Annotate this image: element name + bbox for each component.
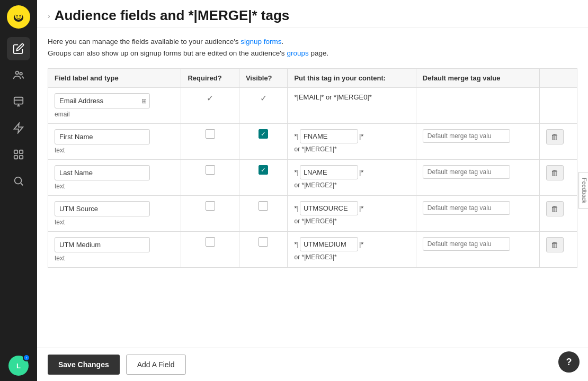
delete-button-fname[interactable]: 🗑 — [546, 129, 564, 144]
svg-point-3 — [19, 15, 21, 17]
default-cell-fname — [416, 124, 539, 160]
field-label-cell-utmmedium: text — [48, 232, 181, 268]
delete-button-utmmedium[interactable]: 🗑 — [546, 237, 564, 252]
sidebar-item-content[interactable] — [7, 143, 30, 166]
merge-tag-cell-utmsource: *| |* or *|MERGE6|* — [288, 196, 416, 232]
page-title: Audience fields and *|MERGE|* tags — [55, 7, 290, 24]
sidebar: L — [0, 0, 37, 381]
visible-checkbox-utmmedium[interactable] — [259, 237, 268, 247]
footer: Save Changes Add A Field — [37, 348, 588, 381]
table-row: text *| |* or *|MERGE1|* 🗑 — [48, 124, 577, 160]
svg-point-6 — [20, 72, 22, 75]
field-label-cell-email: ⊞ email — [48, 88, 181, 124]
col-header-merge-tag: Put this tag in your content: — [288, 69, 416, 88]
default-input-lname[interactable] — [423, 165, 510, 179]
default-cell-lname — [416, 160, 539, 196]
delete-button-utmsource[interactable]: 🗑 — [546, 201, 564, 216]
svg-point-4 — [16, 12, 21, 15]
visible-checkbox-utmsource[interactable] — [259, 201, 268, 211]
field-type-utmsource: text — [55, 219, 174, 226]
default-input-fname[interactable] — [423, 129, 510, 143]
avatar[interactable]: L — [8, 356, 29, 376]
merge-alt-fname: or *|MERGE1|* — [294, 146, 409, 153]
field-label-cell-lname: text — [48, 160, 181, 196]
sidebar-item-campaigns[interactable] — [7, 90, 30, 113]
default-input-utmmedium[interactable] — [423, 237, 510, 251]
signup-forms-link[interactable]: signup forms — [240, 38, 281, 46]
default-input-utmsource[interactable] — [423, 201, 510, 215]
visible-cell-email: ✓ — [239, 88, 288, 124]
content-area: Here you can manage the fields available… — [37, 28, 588, 381]
merge-tag-row-fname: *| |* — [294, 129, 409, 143]
visible-cell-fname — [239, 124, 288, 160]
field-input-fname[interactable] — [55, 129, 150, 144]
logo[interactable] — [7, 5, 30, 29]
merge-tag-cell-utmmedium: *| |* or *|MERGE3|* — [288, 232, 416, 268]
merge-tag-row-lname: *| |* — [294, 165, 409, 179]
merge-input-fname[interactable] — [300, 129, 358, 143]
merge-tag-cell-fname: *| |* or *|MERGE1|* — [288, 124, 416, 160]
merge-input-lname[interactable] — [300, 165, 358, 179]
visible-cell-utmsource — [239, 196, 288, 232]
table-row: ⊞ email ✓✓*|EMAIL|* or *|MERGE0|* — [48, 88, 577, 124]
field-input-utmmedium[interactable] — [55, 237, 150, 252]
col-header-actions — [539, 69, 577, 88]
sidebar-bottom: L — [8, 356, 29, 376]
default-cell-utmsource — [416, 196, 539, 232]
delete-cell-email — [539, 88, 577, 124]
delete-cell-utmsource: 🗑 — [539, 196, 577, 232]
field-label-cell-fname: text — [48, 124, 181, 160]
email-icon: ⊞ — [141, 97, 147, 105]
field-type-lname: text — [55, 183, 174, 190]
col-header-label: Field label and type — [48, 69, 181, 88]
merge-alt-lname: or *|MERGE2|* — [294, 182, 409, 189]
merge-input-utmsource[interactable] — [300, 201, 358, 215]
field-input-lname[interactable] — [55, 165, 150, 180]
required-checkbox-utmsource[interactable] — [206, 201, 215, 211]
field-input-utmsource[interactable] — [55, 201, 150, 216]
breadcrumb-arrow[interactable]: › — [48, 12, 50, 20]
required-checkbox-lname[interactable] — [206, 165, 215, 175]
required-check-email: ✓ — [207, 94, 213, 103]
table-row: text *| |* or *|MERGE6|* 🗑 — [48, 196, 577, 232]
merge-tag-cell-lname: *| |* or *|MERGE2|* — [288, 160, 416, 196]
fields-table: Field label and type Required? Visible? … — [48, 68, 577, 268]
help-button[interactable]: ? — [558, 351, 580, 373]
merge-tag-row-utmmedium: *| |* — [294, 237, 409, 251]
visible-checkbox-fname[interactable] — [259, 129, 268, 139]
visible-checkbox-lname[interactable] — [259, 165, 268, 175]
svg-point-12 — [15, 177, 22, 184]
sidebar-item-search[interactable] — [7, 169, 30, 193]
sidebar-item-edit[interactable] — [7, 37, 30, 60]
svg-rect-10 — [14, 156, 17, 159]
groups-link[interactable]: groups — [287, 49, 308, 57]
default-cell-utmmedium — [416, 232, 539, 268]
merge-tag-row-utmsource: *| |* — [294, 201, 409, 215]
required-cell-utmsource — [181, 196, 239, 232]
delete-cell-utmmedium: 🗑 — [539, 232, 577, 268]
field-label-cell-utmsource: text — [48, 196, 181, 232]
delete-cell-lname: 🗑 — [539, 160, 577, 196]
svg-point-5 — [16, 71, 19, 75]
delete-button-lname[interactable]: 🗑 — [546, 165, 564, 180]
upload-dot — [23, 354, 30, 361]
merge-input-utmmedium[interactable] — [300, 237, 358, 251]
email-field-wrapper: ⊞ — [55, 93, 150, 108]
add-field-button[interactable]: Add A Field — [126, 355, 186, 375]
sidebar-item-audience[interactable] — [7, 64, 30, 87]
field-input-email[interactable] — [55, 93, 150, 108]
description: Here you can manage the fields available… — [48, 36, 577, 59]
table-row: text *| |* or *|MERGE3|* 🗑 — [48, 232, 577, 268]
save-button[interactable]: Save Changes — [48, 355, 120, 375]
visible-cell-utmmedium — [239, 232, 288, 268]
required-cell-fname — [181, 124, 239, 160]
svg-point-2 — [16, 15, 18, 17]
feedback-tab[interactable]: Feedback — [578, 172, 588, 209]
col-header-default: Default merge tag value — [416, 69, 539, 88]
field-type-fname: text — [55, 147, 174, 154]
required-checkbox-fname[interactable] — [206, 129, 215, 139]
visible-cell-lname — [239, 160, 288, 196]
required-checkbox-utmmedium[interactable] — [206, 237, 215, 247]
sidebar-item-automations[interactable] — [7, 116, 30, 140]
table-row: text *| |* or *|MERGE2|* 🗑 — [48, 160, 577, 196]
